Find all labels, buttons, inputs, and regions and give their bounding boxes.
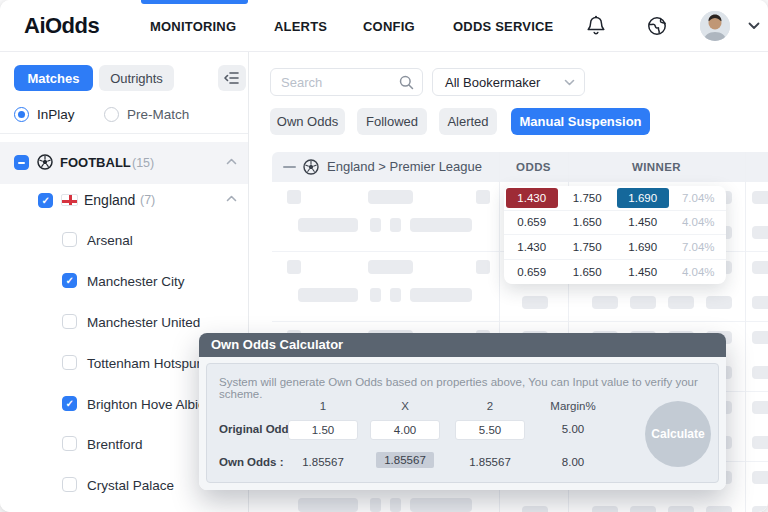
team-checkbox[interactable] [62,232,77,247]
odds-value[interactable]: 1.750 [560,235,616,259]
tab-matches[interactable]: Matches [14,65,93,91]
margin-percent: 7.04% [671,186,727,210]
football-count: (15) [132,156,154,170]
own-odds-label: Own Odds : [219,456,284,468]
own-odds-value-2: 1.85567 [455,456,525,468]
filter-followed[interactable]: Followed [357,108,427,135]
filter-own-odds[interactable]: Own Odds [270,108,345,135]
own-margin-value: 8.00 [538,456,608,468]
search-icon [399,75,414,90]
user-avatar[interactable] [700,11,730,41]
odds-value[interactable]: 1.450 [615,260,671,285]
odds-value[interactable]: 1.430 [504,235,560,259]
app-window: AiOdds MONITORING ALERTS CONFIG ODDS SER… [0,0,768,512]
team-checkbox[interactable] [62,314,77,329]
col-header-1: 1 [288,400,358,412]
team-checkbox[interactable] [62,396,77,411]
column-header-winner: WINNER [568,152,745,182]
odds-row: 1.430 1.750 1.690 7.04% [504,235,726,260]
radio-prematch-control[interactable] [104,107,119,122]
odds-value[interactable]: 1.450 [615,211,671,235]
table-header: England > Premier League ODDS WINNER [272,152,768,182]
odds-value-highest[interactable]: 1.690 [617,188,670,209]
margin-percent: 4.04% [671,260,727,285]
odds-detail-card: 1.430 1.750 1.690 7.04% 0.659 1.650 1.45… [504,186,726,284]
column-divider [745,152,746,512]
league-breadcrumb: England > Premier League [327,152,482,182]
nav-item-monitoring[interactable]: MONITORING [150,19,236,34]
col-header-x: X [370,400,440,412]
team-name: Arsenal [87,233,133,248]
team-checkbox[interactable] [62,436,77,451]
filter-manual-suspension[interactable]: Manual Suspension [511,108,650,135]
globe-icon[interactable] [647,16,667,36]
modal-body: System will generate Own Odds based on p… [199,357,726,490]
calculate-button[interactable]: Calculate [645,401,711,467]
chevron-down-icon [564,79,575,86]
odds-row: 1.430 1.750 1.690 7.04% [504,186,726,211]
col-header-2: 2 [455,400,525,412]
radio-inplay[interactable]: InPlay [14,107,75,122]
team-checkbox[interactable] [62,477,77,492]
radio-prematch[interactable]: Pre-Match [104,107,189,122]
team-name: Manchester United [87,315,200,330]
football-collapse-icon[interactable] [226,158,237,165]
odds-value-lowest[interactable]: 1.430 [506,188,559,209]
england-collapse-icon[interactable] [226,195,237,202]
nav-item-config[interactable]: CONFIG [363,19,415,34]
search-box[interactable] [270,68,423,96]
odds-value[interactable]: 1.750 [560,186,616,210]
tab-outrights[interactable]: Outrights [99,65,174,91]
team-name: Crystal Palace [87,478,174,493]
calculator-description: System will generate Own Odds based on p… [219,376,718,400]
original-odds-input-2[interactable] [455,420,525,440]
col-header-margin: Margin% [538,400,608,412]
bookmaker-selected-value: All Bookermaker [445,75,540,90]
team-checkbox[interactable] [62,355,77,370]
odds-value[interactable]: 1.650 [560,260,616,285]
england-label: England [84,192,135,208]
original-odds-input-1[interactable] [288,420,358,440]
modal-title: Own Odds Calculator [199,333,726,357]
odds-row: 0.659 1.650 1.450 4.04% [504,260,726,285]
margin-percent: 7.04% [671,235,727,259]
bookmaker-select[interactable]: All Bookermaker [432,68,585,96]
chevron-down-icon[interactable] [748,22,760,30]
radio-inplay-control[interactable] [14,107,29,122]
team-checkbox[interactable] [62,273,77,288]
app-logo: AiOdds [24,13,99,39]
own-odds-calculator-modal: Own Odds Calculator System will generate… [199,333,726,490]
england-checkbox[interactable] [38,193,53,208]
odds-row: 0.659 1.650 1.450 4.04% [504,211,726,236]
team-name: Brentford [87,437,143,452]
football-checkbox[interactable] [14,155,29,170]
football-icon [303,159,319,175]
margin-percent: 4.04% [671,211,727,235]
odds-value[interactable]: 1.650 [560,211,616,235]
column-header-odds: ODDS [499,152,568,182]
nav-item-odds-service[interactable]: ODDS SERVICE [453,19,553,34]
original-odds-input-x[interactable] [370,420,440,440]
search-input[interactable] [281,69,396,95]
top-nav: AiOdds MONITORING ALERTS CONFIG ODDS SER… [0,0,768,52]
collapse-sidebar-button[interactable] [218,65,246,91]
odds-value[interactable]: 0.659 [504,211,560,235]
odds-value[interactable]: 1.690 [615,235,671,259]
nav-item-alerts[interactable]: ALERTS [274,19,327,34]
team-name: Manchester City [87,274,185,289]
football-icon [37,154,53,170]
radio-inplay-label: InPlay [37,107,75,122]
own-odds-value-1: 1.85567 [288,456,358,468]
team-name: Brighton Hove Albion [87,397,213,412]
tree-group-football[interactable]: FOOTBALL (15) [0,142,248,184]
bell-icon[interactable] [586,15,606,37]
filter-alerted[interactable]: Alerted [439,108,497,135]
own-odds-value-x: 1.85567 [370,454,440,466]
team-name: Tottenham Hotspur [87,356,201,371]
football-label: FOOTBALL [60,155,131,170]
collapse-group-icon[interactable] [283,166,296,168]
odds-value[interactable]: 0.659 [504,260,560,285]
radio-prematch-label: Pre-Match [127,107,189,122]
england-count: (7) [140,193,155,207]
active-tab-indicator [141,0,248,4]
